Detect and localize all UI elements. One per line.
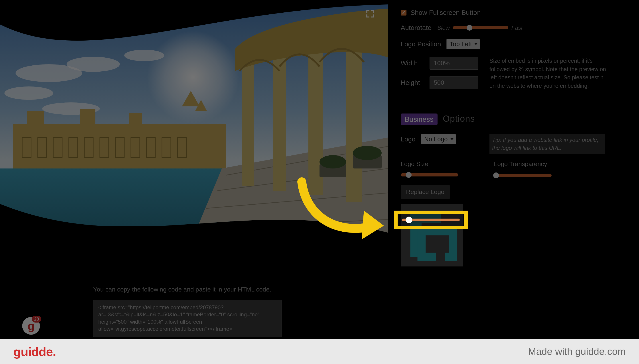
svg-point-3 (67, 57, 120, 72)
logo-position-select[interactable]: Top Left (446, 39, 480, 49)
height-input[interactable]: 500 (430, 76, 478, 89)
logo-tip: Tip: If you add a website link in your p… (489, 134, 605, 154)
logo-size-slider[interactable] (401, 173, 458, 176)
embed-code-box[interactable]: <iframe src="https://teliportme.com/embe… (93, 300, 282, 337)
svg-rect-9 (27, 111, 44, 128)
main-area: You can copy the following code and past… (0, 0, 388, 339)
options-heading: Options (443, 114, 475, 124)
logo-transparency-label: Logo Transparency (494, 160, 587, 168)
business-badge: Business (401, 114, 438, 125)
autorotate-slider[interactable] (453, 26, 508, 29)
autorotate-fast-label: Fast (511, 24, 523, 31)
fullscreen-icon[interactable] (365, 9, 375, 18)
svg-rect-28 (242, 49, 254, 186)
logo-transparency-slider[interactable] (494, 174, 552, 177)
highlighted-logo-size-slider[interactable] (402, 218, 460, 221)
width-row: Width 100% (401, 57, 489, 70)
replace-logo-button[interactable]: Replace Logo (401, 185, 450, 199)
business-options-header: Business Options (401, 114, 631, 125)
height-row: Height 500 (401, 76, 489, 89)
guidde-logo: guidde. (13, 344, 56, 359)
show-fullscreen-row: ✓ Show Fullscreen Button (401, 9, 631, 16)
autorotate-row: Autorotate Slow Fast (401, 24, 631, 32)
autorotate-label: Autorotate (401, 24, 431, 32)
show-fullscreen-checkbox[interactable]: ✓ (401, 10, 407, 16)
svg-point-35 (353, 146, 382, 160)
help-badge[interactable]: g 23 (22, 317, 40, 335)
height-label: Height (401, 79, 430, 86)
show-fullscreen-label: Show Fullscreen Button (411, 9, 481, 16)
svg-point-34 (320, 155, 346, 168)
width-label: Width (401, 60, 430, 67)
logo-label: Logo (401, 136, 416, 143)
size-description: Size of embed is in pixels or percent, i… (489, 57, 607, 90)
footer-attribution: Made with guidde.com (528, 346, 626, 357)
logo-position-label: Logo Position (401, 40, 441, 48)
logo-size-label: Logo Size (401, 160, 494, 168)
svg-rect-10 (80, 108, 95, 128)
logo-sliders-row: Logo Size Logo Transparency (401, 160, 631, 178)
logo-select-value: No Logo (424, 136, 448, 143)
annotation-arrow (288, 177, 382, 244)
width-input[interactable]: 100% (430, 57, 478, 70)
logo-select[interactable]: No Logo (421, 134, 456, 144)
svg-rect-39 (436, 250, 445, 261)
embed-code-intro: You can copy the following code and past… (93, 286, 293, 293)
embed-code-section: You can copy the following code and past… (93, 286, 293, 337)
footer: guidde. Made with guidde.com (0, 339, 639, 364)
size-block: Width 100% Height 500 Size of embed is i… (401, 57, 631, 96)
logo-position-value: Top Left (450, 40, 472, 48)
logo-row: Logo No Logo Tip: If you add a website l… (401, 134, 631, 154)
autorotate-slow-label: Slow (437, 24, 450, 31)
logo-position-row: Logo Position Top Left (401, 39, 631, 49)
svg-point-4 (5, 86, 53, 100)
svg-rect-11 (129, 113, 142, 128)
options-sidebar: ✓ Show Fullscreen Button Autorotate Slow… (401, 0, 631, 339)
help-badge-count: 23 (32, 316, 41, 322)
annotation-highlight (394, 210, 468, 229)
